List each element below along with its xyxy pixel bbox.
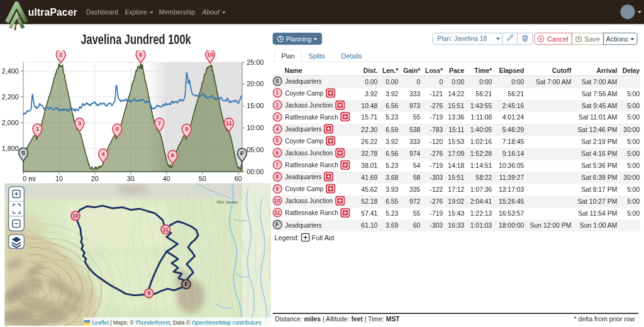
svg-text:2,400: 2,400	[2, 67, 19, 75]
svg-text:10: 10	[207, 51, 214, 58]
svg-text:5: 5	[116, 125, 119, 132]
svg-text:2,000: 2,000	[2, 119, 19, 126]
svg-text:30: 30	[127, 175, 135, 182]
svg-text:F: F	[240, 150, 244, 157]
svg-text:05:00: 05:00	[247, 146, 264, 153]
svg-text:10:00: 10:00	[247, 124, 264, 131]
svg-text:20: 20	[91, 175, 99, 182]
svg-text:9: 9	[147, 290, 150, 296]
svg-text:1: 1	[36, 125, 40, 132]
svg-text:7: 7	[158, 119, 161, 126]
svg-text:F: F	[184, 281, 187, 287]
svg-text:4: 4	[101, 150, 105, 157]
svg-text:S: S	[21, 149, 26, 156]
svg-text:00:00: 00:00	[247, 168, 264, 175]
svg-text:60: 60	[235, 175, 242, 182]
svg-text:11: 11	[163, 226, 169, 233]
svg-text:Leaflet | Maps: © Thunderfores: Leaflet | Maps: © Thunderforest, Data © …	[92, 319, 262, 326]
svg-text:Rio Verde: Rio Verde	[217, 199, 238, 205]
svg-text:10: 10	[72, 213, 79, 219]
svg-text:20:00: 20:00	[247, 80, 264, 87]
svg-text:3: 3	[78, 119, 81, 126]
svg-text:8: 8	[171, 152, 175, 158]
svg-text:15:00: 15:00	[247, 102, 264, 109]
svg-text:40: 40	[163, 175, 170, 182]
svg-text:25:00: 25:00	[247, 58, 264, 66]
svg-text:6: 6	[139, 51, 142, 58]
svg-text:0 mi: 0 mi	[23, 175, 35, 182]
svg-text:2,200: 2,200	[2, 93, 19, 101]
svg-text:2: 2	[59, 51, 62, 58]
svg-text:9: 9	[185, 125, 188, 132]
svg-text:50: 50	[199, 175, 206, 182]
svg-text:1,800: 1,800	[2, 145, 19, 152]
svg-text:10: 10	[55, 175, 63, 182]
svg-text:11: 11	[226, 119, 233, 126]
